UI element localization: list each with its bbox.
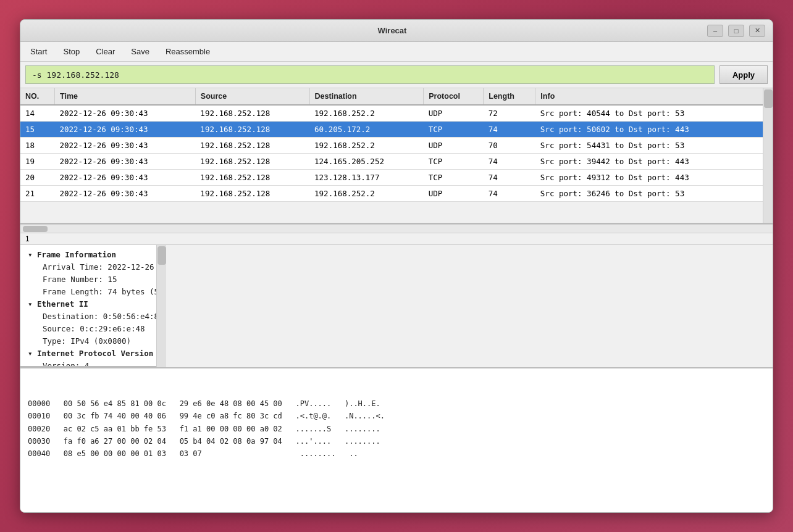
table-row[interactable]: 212022-12-26 09:30:43192.168.252.128192.… [20, 186, 763, 202]
filter-input[interactable] [25, 65, 715, 84]
menu-reassemble[interactable]: Reassemble [163, 46, 212, 57]
packet-table-body: 142022-12-26 09:30:43192.168.252.128192.… [20, 105, 763, 202]
table-cell: 192.168.252.2 [309, 186, 424, 202]
filter-bar: Apply [20, 62, 773, 88]
table-cell: Src port: 49312 to Dst port: 443 [535, 170, 763, 186]
menu-save[interactable]: Save [128, 46, 152, 57]
table-cell: 192.168.252.128 [195, 186, 309, 202]
table-cell: 192.168.252.2 [309, 105, 424, 122]
page-number: 1 [20, 233, 773, 245]
table-cell: 192.168.252.128 [195, 170, 309, 186]
table-cell: Src port: 50602 to Dst port: 443 [535, 122, 763, 138]
detail-scrollbar-thumb [157, 246, 166, 265]
table-cell: 15 [20, 122, 55, 138]
hex-line: 00000 00 50 56 e4 85 81 00 0c 29 e6 0e 4… [28, 397, 765, 410]
table-cell: 2022-12-26 09:30:43 [55, 138, 196, 154]
detail-line: Destination: 0:50:56:e4:85:81 [28, 310, 149, 323]
hex-line: 00010 00 3c fb 74 40 00 40 06 99 4e c0 a… [28, 410, 765, 422]
col-time: Time [55, 88, 196, 105]
table-cell: UDP [424, 186, 484, 202]
table-cell: 124.165.205.252 [309, 154, 424, 170]
apply-button[interactable]: Apply [720, 65, 768, 84]
packet-table-section: NO. Time Source Destination Protocol Len… [20, 88, 773, 224]
table-cell: Src port: 40544 to Dst port: 53 [535, 105, 763, 122]
detail-line: Version: 4 [28, 360, 149, 367]
table-cell: 192.168.252.128 [195, 105, 309, 122]
table-row[interactable]: 192022-12-26 09:30:43192.168.252.128124.… [20, 154, 763, 170]
packet-table: NO. Time Source Destination Protocol Len… [20, 88, 763, 202]
detail-area: ▾ Frame InformationArrival Time: 2022-12… [20, 245, 156, 367]
main-content: NO. Time Source Destination Protocol Len… [20, 88, 773, 512]
table-cell: UDP [424, 105, 484, 122]
table-cell: 74 [484, 186, 535, 202]
table-cell: 14 [20, 105, 55, 122]
minimize-button[interactable]: – [707, 25, 723, 37]
table-header-row: NO. Time Source Destination Protocol Len… [20, 88, 763, 105]
table-cell: 2022-12-26 09:30:43 [55, 154, 196, 170]
table-cell: 19 [20, 154, 55, 170]
table-cell: 74 [484, 154, 535, 170]
table-cell: 74 [484, 122, 535, 138]
table-scroll-area[interactable]: NO. Time Source Destination Protocol Len… [20, 88, 763, 223]
detail-line: Source: 0:c:29:e6:e:48 [28, 323, 149, 335]
hex-line: 00020 ac 02 c5 aa 01 bb fe 53 f1 a1 00 0… [28, 423, 765, 435]
detail-section-header[interactable]: ▾ Ethernet II [28, 298, 149, 310]
hex-line: 00030 fa f0 a6 27 00 00 02 04 05 b4 04 0… [28, 435, 765, 447]
detail-section-header[interactable]: ▾ Frame Information [28, 249, 149, 261]
table-cell: Src port: 39442 to Dst port: 443 [535, 154, 763, 170]
hscroll-thumb [23, 226, 48, 232]
col-info: Info [535, 88, 763, 105]
table-cell: 2022-12-26 09:30:43 [55, 186, 196, 202]
table-cell: 192.168.252.128 [195, 122, 309, 138]
close-button[interactable]: ✕ [749, 25, 765, 37]
scrollbar-thumb [764, 89, 773, 108]
table-cell: 2022-12-26 09:30:43 [55, 122, 196, 138]
table-row[interactable]: 182022-12-26 09:30:43192.168.252.128192.… [20, 138, 763, 154]
maximize-button[interactable]: □ [728, 25, 744, 37]
table-cell: 2022-12-26 09:30:43 [55, 170, 196, 186]
col-protocol: Protocol [424, 88, 484, 105]
table-row[interactable]: 202022-12-26 09:30:43192.168.252.128123.… [20, 170, 763, 186]
col-destination: Destination [309, 88, 424, 105]
window-controls: – □ ✕ [707, 25, 765, 37]
table-cell: 60.205.172.2 [309, 122, 424, 138]
menu-stop[interactable]: Stop [61, 46, 82, 57]
menu-clear[interactable]: Clear [93, 46, 117, 57]
table-cell: TCP [424, 122, 484, 138]
table-row[interactable]: 152022-12-26 09:30:43192.168.252.12860.2… [20, 122, 763, 138]
detail-line: Frame Number: 15 [28, 273, 149, 286]
table-row[interactable]: 142022-12-26 09:30:43192.168.252.128192.… [20, 105, 763, 122]
detail-section-header[interactable]: ▾ Internet Protocol Version 4 [28, 347, 149, 360]
table-cell: TCP [424, 170, 484, 186]
table-cell: 192.168.252.2 [309, 138, 424, 154]
hex-line: 00040 08 e5 00 00 00 00 01 03 03 07 ....… [28, 447, 765, 460]
main-window: Wirecat – □ ✕ Start Stop Clear Save Reas… [20, 19, 773, 513]
table-cell: Src port: 36246 to Dst port: 53 [535, 186, 763, 202]
window-title: Wirecat [77, 26, 707, 35]
table-cell: 70 [484, 138, 535, 154]
col-no: NO. [20, 88, 55, 105]
table-cell: TCP [424, 154, 484, 170]
table-cell: Src port: 54431 to Dst port: 53 [535, 138, 763, 154]
detail-right-scrollbar[interactable] [156, 245, 166, 367]
menu-bar: Start Stop Clear Save Reassemble [20, 42, 773, 62]
table-cell: 2022-12-26 09:30:43 [55, 105, 196, 122]
table-cell: 74 [484, 170, 535, 186]
table-cell: 72 [484, 105, 535, 122]
menu-start[interactable]: Start [28, 46, 49, 57]
detail-section: ▾ Frame InformationArrival Time: 2022-12… [20, 245, 773, 368]
col-source: Source [195, 88, 309, 105]
table-cell: 192.168.252.128 [195, 138, 309, 154]
table-cell: 20 [20, 170, 55, 186]
detail-line: Arrival Time: 2022-12-26 09:30:43 [28, 261, 149, 273]
detail-line: Frame Length: 74 bytes (592 bits) [28, 286, 149, 298]
table-right-scrollbar[interactable] [763, 88, 773, 223]
col-length: Length [484, 88, 535, 105]
detail-line: Type: IPv4 (0x0800) [28, 335, 149, 347]
table-cell: 21 [20, 186, 55, 202]
table-cell: 123.128.13.177 [309, 170, 424, 186]
table-cell: 18 [20, 138, 55, 154]
table-hscroll[interactable] [20, 224, 773, 233]
table-cell: UDP [424, 138, 484, 154]
title-bar: Wirecat – □ ✕ [20, 20, 773, 42]
